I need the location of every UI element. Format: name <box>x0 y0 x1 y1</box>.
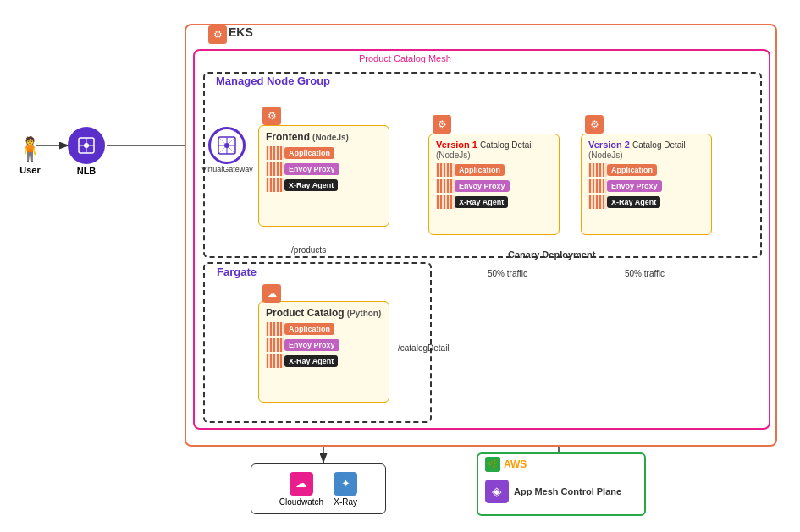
version2-envoy-row: Envoy Proxy <box>588 179 704 193</box>
virtual-gateway-circle <box>208 127 246 164</box>
xray-label: X-Ray <box>334 497 357 507</box>
svg-text:☁: ☁ <box>295 476 307 490</box>
version2-catalog-label: Catalog Detail <box>632 140 686 150</box>
eks-label: EKS <box>229 25 253 39</box>
product-catalog-title: Product Catalog (Python) <box>266 307 382 319</box>
version1-xray-stripes-icon <box>436 195 455 209</box>
product-catalog-name-label: Product Catalog <box>266 307 345 319</box>
product-catalog-app-stripes-icon <box>266 322 284 336</box>
product-catalog-subtitle: (Python) <box>347 309 382 318</box>
fargate-label: Fargate <box>217 266 257 278</box>
version1-envoy-row: Envoy Proxy <box>436 179 552 193</box>
product-catalog-app-badge: Application <box>284 323 334 335</box>
aws-mesh-box: 🌿 AWS ◈ App Mesh Control Plane <box>477 452 646 516</box>
version2-app-stripes-icon <box>588 163 607 177</box>
svg-text:🌿: 🌿 <box>488 458 499 469</box>
version1-service-box: Version 1 Catalog Detail (NodeJs) Applic… <box>428 134 560 235</box>
frontend-app-row: Application <box>266 146 382 160</box>
canary-deployment-label: Canary Deployment <box>508 250 595 260</box>
svg-text:◈: ◈ <box>492 484 502 498</box>
frontend-xray-row: X-Ray Agent <box>266 178 382 192</box>
product-catalog-envoy-stripes-icon <box>266 338 284 352</box>
svg-text:⚙: ⚙ <box>268 110 277 122</box>
nlb-label: NLB <box>77 166 97 176</box>
aws-mesh-cube-icon: ◈ <box>485 480 509 503</box>
version1-xray-row: X-Ray Agent <box>436 195 552 209</box>
frontend-service-box: Frontend (NodeJs) Application <box>258 125 389 227</box>
frontend-app-stripes-icon <box>266 146 284 160</box>
nlb-circle <box>68 127 105 164</box>
frontend-xray-badge: X-Ray Agent <box>284 179 338 191</box>
frontend-aws-icon: ⚙ <box>262 107 281 129</box>
virtual-gateway-section: VirtualGateway <box>201 127 253 173</box>
cloudwatch-icon-section: ☁ Cloudwatch <box>279 472 323 507</box>
diagram-container: ⚙ EKS Product Catalog Mesh Managed Node … <box>0 0 800 532</box>
product-catalog-app-row: Application <box>266 322 382 336</box>
cloudwatch-label: Cloudwatch <box>279 497 323 507</box>
cloudwatch-icons: ☁ Cloudwatch ✦ X-Ray <box>279 472 357 507</box>
canary-traffic1-label: 50% traffic <box>488 269 527 278</box>
version1-title: Version 1 Catalog Detail (NodeJs) <box>436 140 552 160</box>
aws-label: AWS <box>504 458 527 470</box>
version2-envoy-stripes-icon <box>588 179 607 193</box>
products-route-label: /products <box>291 245 326 255</box>
user-label: User <box>19 165 40 175</box>
version2-app-badge: Application <box>607 164 657 176</box>
frontend-app-badge: Application <box>284 147 334 159</box>
frontend-subtitle: (NodeJs) <box>312 133 349 142</box>
version2-envoy-badge: Envoy Proxy <box>607 180 662 192</box>
xray-icon-section: ✦ X-Ray <box>334 472 357 507</box>
version1-envoy-stripes-icon <box>436 179 455 193</box>
canary-traffic2-label: 50% traffic <box>625 269 665 278</box>
version1-catalog-label: Catalog Detail <box>480 140 533 150</box>
virtual-gateway-label: VirtualGateway <box>201 165 253 173</box>
product-catalog-xray-badge: X-Ray Agent <box>284 355 338 367</box>
version1-envoy-badge: Envoy Proxy <box>455 180 510 192</box>
mesh-label: Product Catalog Mesh <box>356 53 455 63</box>
product-catalog-service-box: Product Catalog (Python) Application <box>258 301 389 403</box>
version1-label: Version 1 <box>436 140 477 150</box>
svg-point-17 <box>84 143 89 148</box>
version2-label: Version 2 <box>588 140 630 150</box>
version1-aws-icon: ⚙ <box>433 115 451 137</box>
frontend-xray-stripes-icon <box>266 178 284 192</box>
aws-mesh-label: App Mesh Control Plane <box>514 486 621 496</box>
product-catalog-aws-icon: ☁ <box>262 284 281 306</box>
version2-app-row: Application <box>588 163 704 177</box>
version1-app-badge: Application <box>455 164 505 176</box>
frontend-envoy-badge: Envoy Proxy <box>284 163 339 175</box>
user-section: 🧍 User <box>15 135 45 175</box>
svg-text:✦: ✦ <box>341 478 350 490</box>
cloudwatch-icon: ☁ <box>290 472 313 496</box>
managed-node-group-label: Managed Node Group <box>216 74 330 87</box>
frontend-envoy-row: Envoy Proxy <box>266 162 382 176</box>
product-catalog-xray-stripes-icon <box>266 354 284 368</box>
version2-aws-icon: ⚙ <box>585 115 604 137</box>
user-icon: 🧍 <box>15 135 45 163</box>
version2-service-box: Version 2 Catalog Detail (NodeJs) Applic… <box>581 134 712 235</box>
cloudwatch-box: ☁ Cloudwatch ✦ X-Ray <box>251 463 386 514</box>
version1-app-row: Application <box>436 163 552 177</box>
product-catalog-envoy-row: Envoy Proxy <box>266 338 382 352</box>
svg-text:⚙: ⚙ <box>590 118 599 130</box>
version2-xray-row: X-Ray Agent <box>588 195 704 209</box>
product-catalog-xray-row: X-Ray Agent <box>266 354 382 368</box>
version1-app-stripes-icon <box>436 163 455 177</box>
frontend-title: Frontend (NodeJs) <box>266 131 382 143</box>
product-catalog-envoy-badge: Envoy Proxy <box>284 339 339 351</box>
svg-text:⚙: ⚙ <box>213 29 223 41</box>
aws-mesh-leaf-icon: 🌿 <box>485 457 500 472</box>
svg-text:☁: ☁ <box>268 288 277 299</box>
version2-title: Version 2 Catalog Detail (NodeJs) <box>588 140 704 160</box>
svg-text:⚙: ⚙ <box>438 118 447 130</box>
xray-icon: ✦ <box>334 472 357 496</box>
version2-xray-badge: X-Ray Agent <box>607 196 660 208</box>
version2-subtitle: (NodeJs) <box>588 151 623 160</box>
eks-icon: ⚙ <box>208 25 227 44</box>
version2-xray-stripes-icon <box>588 195 607 209</box>
version1-xray-badge: X-Ray Agent <box>455 196 508 208</box>
frontend-envoy-stripes-icon <box>266 162 284 176</box>
frontend-name-label: Frontend <box>266 131 310 143</box>
catalog-detail-route-label: /catalogDetail <box>398 343 450 353</box>
nlb-section: NLB <box>68 127 105 176</box>
